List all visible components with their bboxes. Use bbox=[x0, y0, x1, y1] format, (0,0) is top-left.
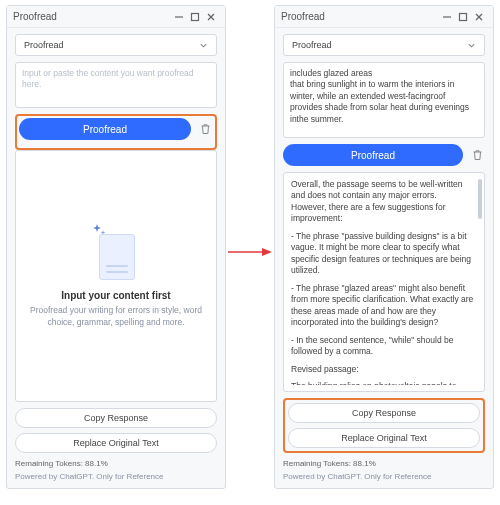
svg-rect-7 bbox=[460, 13, 467, 20]
replace-original-label: Replace Original Text bbox=[341, 433, 426, 443]
footer-buttons: Copy Response Replace Original Text bbox=[15, 408, 217, 453]
copy-response-label: Copy Response bbox=[352, 408, 416, 418]
run-row-highlight: Proofread bbox=[15, 114, 217, 150]
svg-marker-5 bbox=[262, 248, 272, 256]
proofread-window-after: Proofread Proofread includes glazed area… bbox=[274, 5, 494, 489]
mode-select-value: Proofread bbox=[292, 40, 332, 50]
result-revised: The building relies on photovoltaic pane… bbox=[291, 381, 474, 385]
proofread-button-label: Proofread bbox=[351, 150, 395, 161]
maximize-icon[interactable] bbox=[187, 10, 203, 24]
minimize-icon[interactable] bbox=[439, 10, 455, 24]
result-bullet: - The phrase "passive building designs" … bbox=[291, 231, 474, 277]
chevron-down-icon bbox=[467, 41, 476, 50]
copy-response-label: Copy Response bbox=[84, 413, 148, 423]
output-panel-empty: Input your content first Proofread your … bbox=[15, 150, 217, 402]
footer-meta: Remaining Tokens: 88.1% Powered by ChatG… bbox=[15, 459, 217, 482]
window-title: Proofread bbox=[281, 11, 439, 22]
proofread-button-label: Proofread bbox=[83, 124, 127, 135]
scrollbar-thumb[interactable] bbox=[478, 179, 482, 219]
output-scrollbar[interactable] bbox=[478, 179, 482, 385]
titlebar: Proofread bbox=[275, 6, 493, 28]
remaining-tokens: Remaining Tokens: 88.1% bbox=[15, 459, 217, 469]
arrow-icon bbox=[228, 247, 272, 257]
replace-original-button[interactable]: Replace Original Text bbox=[15, 433, 217, 453]
close-icon[interactable] bbox=[471, 10, 487, 24]
result-intro: Overall, the passage seems to be well-wr… bbox=[291, 179, 474, 225]
copy-response-button[interactable]: Copy Response bbox=[288, 403, 480, 423]
replace-original-button[interactable]: Replace Original Text bbox=[288, 428, 480, 448]
result-revised-label: Revised passage: bbox=[291, 364, 474, 375]
replace-original-label: Replace Original Text bbox=[73, 438, 158, 448]
svg-rect-1 bbox=[192, 13, 199, 20]
trash-icon[interactable] bbox=[197, 121, 213, 137]
footer-buttons-highlight: Copy Response Replace Original Text bbox=[283, 398, 485, 453]
mode-select[interactable]: Proofread bbox=[15, 34, 217, 56]
footer-meta: Remaining Tokens: 88.1% Powered by ChatG… bbox=[283, 459, 485, 482]
powered-by: Powered by ChatGPT. Only for Reference bbox=[15, 472, 217, 482]
chevron-down-icon bbox=[199, 41, 208, 50]
document-illustration bbox=[93, 224, 139, 282]
empty-title: Input your content first bbox=[61, 290, 170, 301]
copy-response-button[interactable]: Copy Response bbox=[15, 408, 217, 428]
mode-select[interactable]: Proofread bbox=[283, 34, 485, 56]
mode-select-value: Proofread bbox=[24, 40, 64, 50]
remaining-tokens: Remaining Tokens: 88.1% bbox=[283, 459, 485, 469]
titlebar: Proofread bbox=[7, 6, 225, 28]
maximize-icon[interactable] bbox=[455, 10, 471, 24]
content-input-placeholder: Input or paste the content you want proo… bbox=[22, 68, 194, 89]
proofread-button[interactable]: Proofread bbox=[19, 118, 191, 140]
proofread-window-before: Proofread Proofread Input or paste the c… bbox=[6, 5, 226, 489]
minimize-icon[interactable] bbox=[171, 10, 187, 24]
empty-subtitle: Proofread your writing for errors in sty… bbox=[30, 305, 202, 328]
result-bullet: - In the second sentence, "while" should… bbox=[291, 335, 474, 358]
proofread-button[interactable]: Proofread bbox=[283, 144, 463, 166]
window-title: Proofread bbox=[13, 11, 171, 22]
content-input[interactable]: includes glazed areas that bring sunligh… bbox=[283, 62, 485, 138]
content-input[interactable]: Input or paste the content you want proo… bbox=[15, 62, 217, 108]
close-icon[interactable] bbox=[203, 10, 219, 24]
content-input-value: includes glazed areas that bring sunligh… bbox=[290, 68, 469, 124]
result-bullet: - The phrase "glazed areas" might also b… bbox=[291, 283, 474, 329]
powered-by: Powered by ChatGPT. Only for Reference bbox=[283, 472, 485, 482]
output-panel: Overall, the passage seems to be well-wr… bbox=[283, 172, 485, 392]
trash-icon[interactable] bbox=[469, 147, 485, 163]
